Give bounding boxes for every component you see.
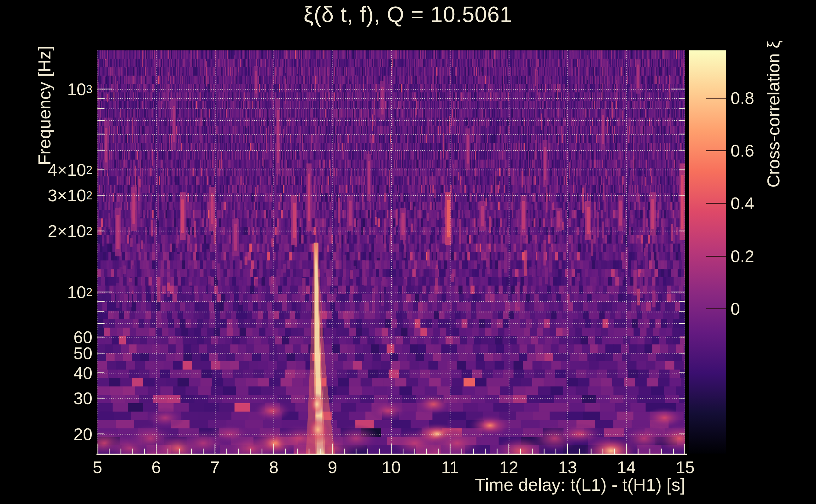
- x-tick-label: 14: [617, 457, 636, 477]
- colorbar-tick-label: 0.4: [731, 193, 754, 213]
- y-tick-label: 30: [73, 388, 92, 408]
- plot-title: ξ(δ t, f), Q = 10.5061: [0, 2, 816, 27]
- x-tick-label: 6: [151, 457, 161, 477]
- colorbar-tick-mark: [706, 256, 726, 257]
- colorbar-tick-mark: [706, 98, 726, 99]
- y-tick-label: 103: [67, 79, 92, 99]
- colorbar-tick-label: 0.2: [731, 246, 754, 266]
- colorbar-label: Cross-correlation ξ: [763, 41, 784, 188]
- x-axis-label: Time delay: t(L1) - t(H1) [s]: [475, 474, 685, 495]
- colorbar-tick-label: 0.6: [731, 141, 754, 160]
- x-tick-label: 12: [499, 457, 518, 477]
- x-tick-label: 9: [328, 457, 337, 477]
- x-tick-label: 7: [210, 457, 220, 477]
- colorbar-tick-label: 0.8: [731, 88, 754, 108]
- y-axis-label: Frequency [Hz]: [34, 46, 55, 165]
- figure: ξ(δ t, f), Q = 10.5061 Frequency [Hz] 10…: [0, 0, 816, 504]
- y-tick-label: 40: [73, 363, 92, 383]
- colorbar: [689, 50, 726, 454]
- colorbar-tick-mark: [706, 203, 726, 204]
- colorbar-tick-mark: [706, 308, 726, 309]
- spectrogram-canvas: [97, 50, 685, 454]
- y-tick-label: 20: [73, 424, 92, 444]
- x-tick-label: 15: [676, 457, 695, 477]
- y-tick-label: 50: [73, 343, 92, 363]
- x-tick-label: 10: [382, 457, 401, 477]
- y-tick-label: 4×102: [48, 160, 92, 180]
- y-tick-label: 102: [67, 282, 92, 302]
- x-tick-label: 8: [269, 457, 279, 477]
- x-tick-label: 11: [441, 457, 459, 477]
- x-tick-label: 5: [93, 457, 102, 477]
- x-axis-spine: [96, 454, 687, 455]
- colorbar-tick-label: 0: [731, 299, 740, 318]
- y-tick-label: 3×102: [48, 186, 92, 205]
- x-tick-label: 13: [558, 457, 577, 477]
- y-tick-label: 2×102: [48, 221, 92, 241]
- colorbar-tick-mark: [706, 150, 726, 151]
